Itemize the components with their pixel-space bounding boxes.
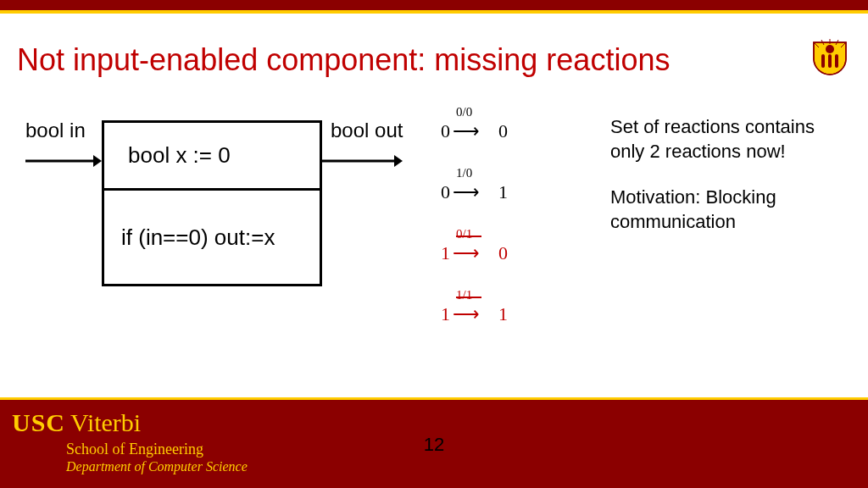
label-bool-out: bool out bbox=[331, 119, 403, 142]
note-2: Motivation: Blocking communication bbox=[610, 186, 848, 234]
reaction-io: 0/1 bbox=[456, 227, 472, 241]
svg-marker-10 bbox=[93, 155, 102, 167]
reaction-to: 0 bbox=[498, 242, 508, 264]
reaction-io: 1/1 bbox=[456, 288, 472, 302]
reaction-from: 0 bbox=[441, 181, 450, 203]
component-state: bool x := 0 bbox=[104, 123, 320, 191]
reaction-to: 0 bbox=[498, 120, 508, 142]
component-code: if (in==0) out:=x bbox=[104, 191, 320, 284]
component-box: bool x := 0 if (in==0) out:=x bbox=[102, 120, 322, 286]
top-bar bbox=[0, 0, 868, 10]
svg-rect-8 bbox=[835, 54, 838, 68]
arrow-icon: ⟶ bbox=[453, 181, 478, 203]
arrow-out-icon bbox=[318, 152, 403, 169]
footer-usc: USC bbox=[12, 408, 65, 436]
footer-viterbi: Viterbi bbox=[70, 408, 141, 436]
reaction-io: 0/0 bbox=[456, 105, 472, 119]
footer-logo-text: USCViterbi bbox=[12, 408, 141, 437]
svg-rect-6 bbox=[821, 54, 825, 68]
page-number: 12 bbox=[0, 434, 868, 456]
label-bool-in: bool in bbox=[25, 119, 86, 142]
arrow-icon: ⟶ bbox=[453, 303, 478, 325]
content-area: bool in bool out bool x := 0 if (in==0) … bbox=[25, 110, 851, 386]
footer-department: Department of Computer Science bbox=[66, 459, 248, 474]
reaction-io: 1/0 bbox=[456, 166, 472, 180]
notes: Set of reactions contains only 2 reactio… bbox=[610, 115, 848, 256]
reaction-to: 1 bbox=[498, 303, 508, 325]
arrow-in-icon bbox=[25, 152, 102, 169]
slide: Not input-enabled component: missing rea… bbox=[0, 0, 868, 488]
reaction-from: 1 bbox=[441, 303, 450, 325]
reaction-to: 1 bbox=[498, 181, 508, 203]
reaction-from: 0 bbox=[441, 120, 450, 142]
svg-rect-7 bbox=[828, 54, 832, 68]
slide-title: Not input-enabled component: missing rea… bbox=[17, 42, 670, 78]
arrow-icon: ⟶ bbox=[453, 120, 478, 142]
svg-marker-12 bbox=[394, 155, 403, 167]
footer: USCViterbi School of Engineering Departm… bbox=[0, 400, 868, 488]
reaction-from: 1 bbox=[441, 242, 450, 264]
svg-point-5 bbox=[826, 45, 834, 53]
arrow-icon: ⟶ bbox=[453, 242, 478, 264]
note-1: Set of reactions contains only 2 reactio… bbox=[610, 115, 848, 164]
usc-shield-icon bbox=[810, 37, 849, 76]
